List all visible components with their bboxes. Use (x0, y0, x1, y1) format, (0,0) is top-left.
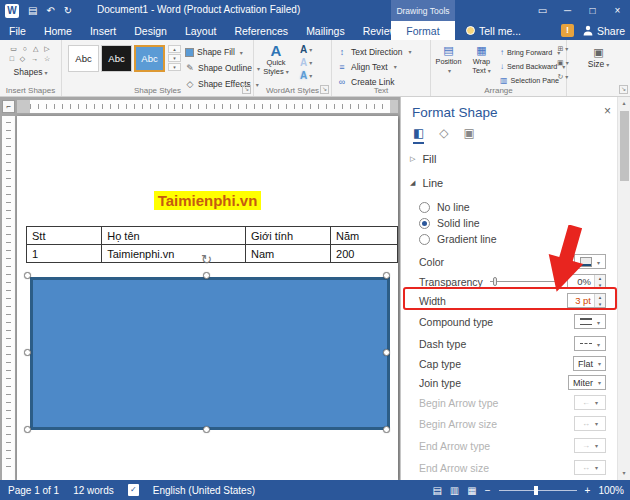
selection-handle[interactable] (383, 349, 390, 356)
shape-style-preview[interactable]: Abc (101, 45, 132, 72)
save-icon[interactable]: ▤ (28, 0, 37, 21)
fill-section-header[interactable]: ▷ Fill (410, 153, 436, 165)
cap-type-dropdown[interactable]: Flat (573, 356, 606, 371)
scroll-up-icon[interactable]: ▴ (618, 97, 630, 110)
zoom-knob[interactable] (534, 486, 538, 495)
zoom-slider[interactable] (499, 490, 577, 491)
spin-down-icon[interactable] (595, 301, 605, 308)
pane-scrollbar[interactable]: ▴ ▾ (617, 97, 630, 480)
tab-format-active[interactable]: Format (391, 21, 455, 40)
word-count[interactable]: 12 words (73, 485, 114, 496)
document-heading[interactable]: Taimienphi.vn (17, 192, 398, 209)
layout-properties-tab-icon[interactable]: ▣ (464, 126, 475, 144)
join-type-dropdown[interactable]: Miter (568, 375, 606, 390)
close-icon[interactable]: × (605, 0, 630, 21)
tab-mailings[interactable]: Mailings (297, 21, 354, 40)
selection-handle[interactable] (203, 272, 210, 279)
table-cell[interactable]: 200 (331, 245, 398, 263)
gallery-down-icon[interactable]: ▾ (168, 54, 181, 62)
selected-shape[interactable] (30, 277, 390, 430)
tab-insert[interactable]: Insert (81, 21, 125, 40)
zoom-percent[interactable]: 100% (598, 485, 624, 496)
table-header-cell[interactable]: Giới tính (246, 227, 331, 245)
pane-close-icon[interactable]: × (604, 104, 611, 118)
redo-icon[interactable]: ↻ (64, 0, 72, 21)
transparency-slider[interactable] (490, 276, 560, 287)
selection-pane-button[interactable]: ▥Selection Pane (500, 73, 556, 87)
shapes-button[interactable]: Shapes (0, 67, 61, 77)
maximize-icon[interactable]: □ (580, 0, 605, 21)
selection-handle[interactable] (383, 426, 390, 433)
send-backward-button[interactable]: ↓Send Backward (500, 59, 556, 73)
scrollbar-thumb[interactable] (620, 111, 629, 181)
shape-style-preview-selected[interactable]: Abc (134, 45, 165, 72)
rotate-handle-icon[interactable]: ↻ (201, 253, 212, 266)
quick-styles-button[interactable]: A Quick Styles (256, 43, 296, 77)
fill-line-tab-icon[interactable]: ◧ (413, 126, 424, 144)
shape-outline-button[interactable]: ✎Shape Outline (185, 60, 253, 76)
table-cell[interactable]: Nam (246, 245, 331, 263)
size-button[interactable]: ▣ Size (567, 46, 630, 71)
page-indicator[interactable]: Page 1 of 1 (8, 485, 59, 496)
undo-icon[interactable]: ↶ (46, 0, 54, 21)
table-header-cell[interactable]: Họ tên (102, 227, 246, 245)
selection-handle[interactable] (383, 272, 390, 279)
table-header-cell[interactable]: Stt (27, 227, 102, 245)
tab-stop-selector[interactable]: ⌐ (2, 100, 15, 113)
text-effects-button[interactable]: A (300, 69, 312, 82)
share-button[interactable]: Share (583, 25, 625, 37)
selection-handle[interactable] (203, 426, 210, 433)
text-fill-button[interactable]: A (300, 43, 312, 56)
selection-handle[interactable] (24, 426, 31, 433)
text-outline-button[interactable]: A (300, 56, 312, 69)
dialog-launcher-icon[interactable]: ↘ (242, 85, 251, 94)
table-header-cell[interactable]: Năm (331, 227, 398, 245)
wrap-text-button[interactable]: ▦ Wrap Text (466, 43, 497, 89)
gallery-up-icon[interactable]: ▴ (168, 45, 181, 53)
transparency-spinner[interactable]: 0% (567, 274, 606, 289)
tell-me-box[interactable]: Tell me... (466, 21, 521, 40)
zoom-in-icon[interactable]: + (585, 485, 591, 496)
shape-fill-button[interactable]: Shape Fill (185, 44, 253, 60)
proofing-icon[interactable]: ✓ (128, 484, 139, 496)
document-table[interactable]: Stt Họ tên Giới tính Năm 1 Taimienphi.vn… (26, 226, 398, 263)
bring-forward-button[interactable]: ↑Bring Forward (500, 45, 556, 59)
selection-handle[interactable] (24, 272, 31, 279)
effects-tab-icon[interactable]: ◇ (439, 126, 448, 144)
scroll-down-icon[interactable]: ▾ (618, 467, 630, 480)
compound-type-dropdown[interactable] (574, 314, 606, 329)
text-direction-button[interactable]: ↕Text Direction (337, 44, 429, 59)
gradient-line-option[interactable]: Gradient line (419, 231, 606, 247)
zoom-out-icon[interactable]: − (485, 485, 491, 496)
tab-design[interactable]: Design (125, 21, 176, 40)
activation-alert-icon[interactable]: ! (561, 24, 574, 37)
tab-file[interactable]: File (0, 21, 35, 40)
print-layout-icon[interactable]: ▥ (450, 485, 459, 496)
read-mode-icon[interactable]: ▤ (432, 485, 441, 496)
no-line-option[interactable]: No line (419, 199, 606, 215)
language-indicator[interactable]: English (United States) (153, 485, 255, 496)
tab-references[interactable]: References (225, 21, 297, 40)
tab-home[interactable]: Home (35, 21, 81, 40)
solid-line-option[interactable]: Solid line (419, 215, 606, 231)
align-text-button[interactable]: ≡Align Text (337, 59, 429, 74)
horizontal-ruler[interactable] (17, 100, 398, 113)
ribbon-display-options-icon[interactable]: ▭ (530, 0, 555, 21)
gallery-more-icon[interactable]: ▾ (168, 63, 181, 71)
slider-knob[interactable] (493, 277, 497, 286)
dialog-launcher-icon[interactable]: ↘ (619, 85, 628, 94)
table-cell[interactable]: Taimienphi.vn (102, 245, 246, 263)
web-layout-icon[interactable]: ▦ (467, 485, 476, 496)
shape-style-preview[interactable]: Abc (68, 45, 99, 72)
vertical-ruler[interactable] (2, 116, 15, 480)
dash-type-dropdown[interactable] (574, 336, 606, 351)
table-cell[interactable]: 1 (27, 245, 102, 263)
document-page[interactable]: Taimienphi.vn Stt Họ tên Giới tính Năm 1… (17, 116, 398, 480)
minimize-icon[interactable]: ─ (555, 0, 580, 21)
line-color-button[interactable] (574, 254, 606, 269)
position-button[interactable]: ▤ Position (433, 43, 464, 89)
dialog-launcher-icon[interactable]: ↘ (320, 85, 329, 94)
line-section-header[interactable]: ◢ Line (410, 177, 443, 189)
spin-down-icon[interactable] (595, 282, 605, 289)
tab-layout[interactable]: Layout (176, 21, 226, 40)
